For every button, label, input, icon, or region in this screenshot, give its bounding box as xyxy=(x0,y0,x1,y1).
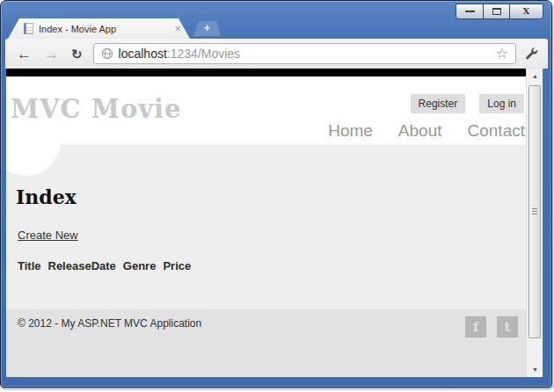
create-new-link[interactable]: Create New xyxy=(18,229,78,242)
url-host: localhost xyxy=(119,47,167,61)
scrollbar-grip-icon xyxy=(532,208,537,215)
site-header: MVC Movie Register Log in Home About Con… xyxy=(6,76,526,145)
twitter-icon[interactable]: t xyxy=(497,316,518,338)
scroll-down-button[interactable]: ▼ xyxy=(527,362,543,377)
reload-button[interactable]: ↻ xyxy=(65,47,89,61)
url-text: localhost:1234/Movies xyxy=(119,47,241,61)
site-logo[interactable]: MVC Movie xyxy=(11,94,182,124)
page-title: Index xyxy=(16,185,77,208)
browser-window: X Index - Movie App × + ← → ↻ localhost:… xyxy=(0,0,552,388)
nav-link-home[interactable]: Home xyxy=(328,121,373,141)
window-controls: X xyxy=(456,4,543,19)
decorative-circle xyxy=(6,145,61,176)
site-nav: Home About Contact xyxy=(328,121,525,141)
address-bar[interactable]: localhost:1234/Movies ☆ xyxy=(93,43,516,64)
maximize-icon xyxy=(492,8,501,15)
tab-title: Index - Movie App xyxy=(39,24,169,34)
browser-tab[interactable]: Index - Movie App × xyxy=(8,18,190,39)
site-footer: © 2012 - My ASP.NET MVC Application f t xyxy=(6,309,526,377)
auth-links: Register Log in xyxy=(411,94,524,113)
nav-link-about[interactable]: About xyxy=(398,121,442,141)
register-button[interactable]: Register xyxy=(411,94,466,113)
column-header-title: Title xyxy=(18,259,41,272)
wrench-menu-icon[interactable] xyxy=(524,47,539,62)
login-button[interactable]: Log in xyxy=(479,94,524,113)
url-path: :1234/Movies xyxy=(167,47,240,61)
top-black-bar xyxy=(6,69,526,76)
scroll-up-button[interactable]: ▲ xyxy=(527,69,543,83)
favicon-icon xyxy=(24,23,33,34)
column-header-price: Price xyxy=(163,259,191,272)
copyright-text: © 2012 - My ASP.NET MVC Application xyxy=(18,317,201,330)
minimize-icon xyxy=(465,11,475,12)
close-window-icon: X xyxy=(523,7,530,16)
close-window-button[interactable]: X xyxy=(509,4,543,18)
globe-icon xyxy=(101,47,113,60)
tab-close-icon[interactable]: × xyxy=(174,23,181,34)
new-tab-button[interactable]: + xyxy=(193,21,221,36)
minimize-button[interactable] xyxy=(456,4,483,18)
column-header-releasedate: ReleaseDate xyxy=(48,259,116,272)
page-viewport: MVC Movie Register Log in Home About Con… xyxy=(6,69,526,377)
bookmark-star-icon[interactable]: ☆ xyxy=(496,47,508,61)
back-button[interactable]: ← xyxy=(11,47,38,62)
maximize-button[interactable] xyxy=(483,4,509,18)
vertical-scrollbar[interactable]: ▲ ▼ xyxy=(526,69,543,377)
forward-button[interactable]: → xyxy=(38,47,65,62)
column-header-genre: Genre xyxy=(123,259,157,272)
movies-table-header: Title ReleaseDate Genre Price xyxy=(18,259,191,272)
facebook-icon[interactable]: f xyxy=(465,316,486,338)
main-content: Index Create New Title ReleaseDate Genre… xyxy=(6,145,526,309)
browser-toolbar: ← → ↻ localhost:1234/Movies ☆ xyxy=(5,39,548,69)
scrollbar-thumb[interactable] xyxy=(528,85,541,338)
nav-link-contact[interactable]: Contact xyxy=(468,121,525,141)
social-links: f t xyxy=(465,316,518,338)
